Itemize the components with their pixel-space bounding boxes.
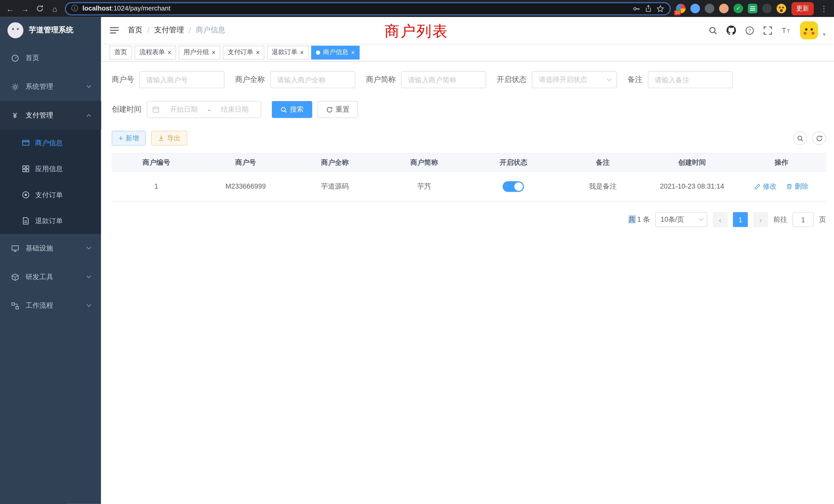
column-header: 备注 bbox=[558, 154, 648, 171]
page-size-select[interactable]: 10条/页 bbox=[655, 212, 707, 227]
tab-merchant-info[interactable]: 商户信息 × bbox=[311, 45, 360, 59]
sidebar-item-label: 支付管理 bbox=[25, 111, 53, 120]
svg-text:?: ? bbox=[748, 28, 751, 33]
date-end-placeholder: 结束日期 bbox=[214, 105, 256, 114]
github-icon[interactable] bbox=[727, 25, 736, 35]
extension-badge: 10 bbox=[674, 10, 681, 16]
home-icon[interactable]: ⌂ bbox=[50, 5, 60, 13]
sidebar-item-app-info[interactable]: 应用信息 bbox=[0, 156, 101, 182]
status-select[interactable]: 请选择开启状态 bbox=[532, 71, 617, 88]
extension-dark-icon[interactable] bbox=[705, 4, 714, 13]
app-logo[interactable]: 芋道管理系统 bbox=[0, 17, 101, 44]
tab-home[interactable]: 首页 bbox=[110, 45, 132, 59]
full-name-input[interactable] bbox=[270, 71, 355, 88]
goto-page-input[interactable] bbox=[792, 212, 814, 227]
tab-label: 流程表单 bbox=[139, 48, 165, 57]
goto-label: 前往 bbox=[773, 215, 787, 224]
breadcrumb-payment[interactable]: 支付管理 bbox=[154, 25, 184, 35]
tab-pay-order[interactable]: 支付订单 × bbox=[223, 45, 264, 59]
merchant-no-input[interactable] bbox=[139, 71, 224, 88]
sidebar-item-dev-tools[interactable]: 研发工具 bbox=[0, 262, 101, 291]
extension-avatar-icon[interactable] bbox=[719, 4, 729, 13]
tab-label: 首页 bbox=[114, 48, 127, 57]
extension-colors-icon[interactable]: 10 bbox=[676, 4, 686, 13]
breadcrumb-home[interactable]: 首页 bbox=[128, 25, 142, 35]
browser-update-button[interactable]: 更新 bbox=[791, 2, 814, 15]
filter-status: 开启状态 请选择开启状态 bbox=[497, 71, 617, 88]
sidebar-item-workflow[interactable]: 工作流程 bbox=[0, 291, 101, 320]
key-icon[interactable] bbox=[632, 5, 640, 13]
tags-view: 首页 流程表单 × 用户分组 × 支付订单 × 退款订单 × bbox=[101, 44, 834, 62]
extension-doc-icon[interactable] bbox=[748, 4, 757, 13]
next-page-button[interactable]: › bbox=[753, 212, 768, 227]
filter-remark: 备注 bbox=[628, 71, 733, 88]
app-title: 芋道管理系统 bbox=[29, 25, 73, 35]
caret-down-icon[interactable]: ▾ bbox=[823, 31, 825, 37]
back-icon[interactable]: ← bbox=[5, 5, 15, 13]
tab-process-form[interactable]: 流程表单 × bbox=[135, 45, 176, 59]
refresh-table-button[interactable] bbox=[812, 131, 826, 145]
reset-button-label: 重置 bbox=[336, 105, 349, 114]
close-icon[interactable]: × bbox=[168, 49, 172, 56]
page-annotation: 商户列表 bbox=[385, 21, 448, 42]
sidebar-item-pay-order[interactable]: 支付订单 bbox=[0, 182, 101, 208]
export-button[interactable]: 导出 bbox=[151, 131, 188, 146]
svg-text:T: T bbox=[787, 28, 790, 34]
hamburger-icon[interactable] bbox=[110, 26, 119, 35]
sidebar-item-home[interactable]: 首页 bbox=[0, 44, 101, 72]
prev-page-button[interactable]: ‹ bbox=[713, 212, 728, 227]
grid-icon bbox=[21, 165, 30, 173]
short-name-input[interactable] bbox=[401, 71, 486, 88]
search-icon[interactable] bbox=[708, 26, 718, 35]
fullscreen-icon[interactable] bbox=[763, 26, 772, 35]
close-icon[interactable]: × bbox=[212, 49, 215, 56]
url-text: localhost:1024/pay/merchant bbox=[83, 5, 628, 12]
remark-input[interactable] bbox=[648, 71, 733, 88]
sidebar-item-merchant-info[interactable]: 商户信息 bbox=[0, 130, 101, 156]
sidebar-item-system[interactable]: 系统管理 bbox=[0, 72, 101, 101]
status-toggle-on[interactable] bbox=[503, 181, 524, 191]
tab-refund-order[interactable]: 退款订单 × bbox=[267, 45, 309, 59]
bookmark-star-icon[interactable] bbox=[656, 5, 664, 13]
url-host: localhost bbox=[83, 5, 112, 12]
browser-menu-icon[interactable]: ⋮ bbox=[819, 5, 829, 12]
reset-button[interactable]: 重置 bbox=[317, 101, 358, 118]
address-bar[interactable]: ⓘ localhost:1024/pay/merchant bbox=[65, 2, 671, 15]
tab-label: 用户分组 bbox=[183, 48, 209, 57]
extensions-area: 10 ✓ bbox=[676, 4, 786, 13]
browser-chrome: ← → ⌂ ⓘ localhost:1024/pay/merchant 10 ✓ bbox=[0, 0, 834, 17]
date-separator: - bbox=[208, 106, 211, 113]
search-button[interactable]: 搜索 bbox=[272, 101, 312, 118]
extension-blue-icon[interactable] bbox=[690, 4, 700, 13]
active-dot-icon bbox=[316, 50, 321, 55]
font-size-icon[interactable]: TT bbox=[781, 26, 791, 35]
edit-link[interactable]: 修改 bbox=[754, 181, 777, 191]
calendar-icon bbox=[152, 106, 159, 113]
extension-smiley-icon[interactable] bbox=[776, 4, 786, 13]
sidebar-item-refund-order[interactable]: 退款订单 bbox=[0, 208, 101, 234]
pagination-total: 共 1 条 bbox=[628, 215, 650, 224]
tab-user-group[interactable]: 用户分组 × bbox=[179, 45, 220, 59]
date-range-picker[interactable]: 开始日期 - 结束日期 bbox=[147, 101, 261, 118]
extension-pin-icon[interactable] bbox=[762, 4, 772, 13]
toggle-search-button[interactable] bbox=[793, 131, 807, 145]
user-avatar[interactable] bbox=[800, 21, 818, 39]
breadcrumb: 首页 / 支付管理 / 商户信息 bbox=[128, 25, 225, 35]
close-icon[interactable]: × bbox=[256, 49, 260, 56]
share-icon[interactable] bbox=[645, 5, 652, 12]
target-icon bbox=[21, 191, 30, 199]
forward-icon[interactable]: → bbox=[20, 5, 30, 13]
sidebar-item-payment[interactable]: ¥ 支付管理 bbox=[0, 101, 101, 130]
extension-green-check-icon[interactable]: ✓ bbox=[733, 4, 743, 13]
close-icon[interactable]: × bbox=[351, 49, 355, 56]
help-icon[interactable]: ? bbox=[745, 26, 754, 35]
sidebar-item-infrastructure[interactable]: 基础设施 bbox=[0, 234, 101, 262]
page-number-button[interactable]: 1 bbox=[733, 212, 748, 227]
close-icon[interactable]: × bbox=[300, 49, 304, 56]
tab-label: 支付订单 bbox=[228, 48, 253, 57]
delete-link[interactable]: 删除 bbox=[786, 181, 808, 191]
cell-merchant-id: 1 bbox=[112, 171, 201, 201]
site-info-icon[interactable]: ⓘ bbox=[71, 4, 78, 13]
add-button[interactable]: + 新增 bbox=[112, 131, 146, 146]
reload-icon[interactable] bbox=[35, 5, 45, 12]
